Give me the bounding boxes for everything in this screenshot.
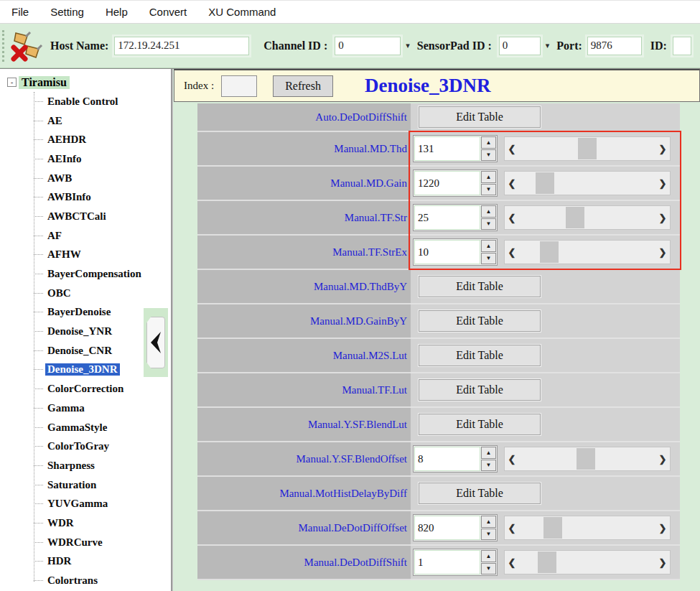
sidebar-item-colortogray[interactable]: ColorToGray — [0, 437, 171, 456]
scroll-right-icon[interactable]: ❯ — [657, 137, 668, 160]
scroll-left-icon[interactable]: ❮ — [506, 172, 518, 195]
tree-root-label[interactable]: Tiramisu — [19, 76, 70, 89]
spinner-value-input[interactable]: 10 — [414, 240, 480, 264]
scroll-left-icon[interactable]: ❮ — [506, 206, 518, 229]
scrollbar-thumb[interactable] — [540, 241, 559, 263]
sidebar-item-gammastyle[interactable]: GammaStyle — [0, 418, 171, 437]
scroll-left-icon[interactable]: ❮ — [506, 516, 518, 539]
spinner-down-icon[interactable]: ▼ — [481, 184, 496, 196]
spinner-value-input[interactable]: 820 — [414, 516, 480, 540]
spinner-up-icon[interactable]: ▲ — [481, 136, 496, 149]
scrollbar-thumb[interactable] — [536, 172, 554, 194]
spinner-value-input[interactable]: 1220 — [414, 171, 480, 195]
value-scrollbar[interactable]: ❮ ❯ — [504, 447, 671, 471]
scroll-left-icon[interactable]: ❮ — [506, 551, 518, 574]
spinner-down-icon[interactable]: ▼ — [481, 149, 496, 162]
chevron-down-icon[interactable]: ▾ — [546, 41, 550, 50]
sidebar-item-aehdr[interactable]: AEHDR — [0, 130, 171, 149]
spinner-up-icon[interactable]: ▲ — [481, 205, 496, 218]
index-input[interactable] — [221, 75, 257, 97]
sidebar-item-aeinfo[interactable]: AEInfo — [0, 149, 171, 169]
spinner-value-input[interactable]: 25 — [414, 205, 480, 230]
edit-table-button[interactable]: Edit Table — [419, 483, 541, 504]
sidebar-item-awbinfo[interactable]: AWBInfo — [0, 187, 171, 207]
sidebar-item-colortrans[interactable]: Colortrans — [0, 571, 171, 590]
value-scrollbar[interactable]: ❮ ❯ — [504, 516, 671, 540]
port-input[interactable]: 9876 — [587, 37, 642, 55]
spinner-down-icon[interactable]: ▼ — [481, 563, 496, 575]
sidebar-item-sharpness[interactable]: Sharpness — [0, 456, 171, 475]
sidebar-item-ae[interactable]: AE — [0, 111, 171, 131]
chevron-down-icon[interactable]: ▾ — [406, 41, 410, 50]
scroll-right-icon[interactable]: ❯ — [657, 172, 668, 195]
menu-item-convert[interactable]: Convert — [149, 6, 187, 18]
numeric-spinner[interactable]: 1220 ▲ ▼ — [413, 169, 498, 197]
spinner-value-input[interactable]: 8 — [414, 447, 480, 471]
refresh-button[interactable]: Refresh — [273, 75, 333, 97]
edit-table-button[interactable]: Edit Table — [419, 276, 541, 297]
menu-item-help[interactable]: Help — [106, 6, 128, 18]
sidebar-item-awb[interactable]: AWB — [0, 169, 171, 188]
numeric-spinner[interactable]: 1 ▲ ▼ — [413, 549, 498, 576]
sidebar-item-gamma[interactable]: Gamma — [0, 399, 171, 418]
edit-table-button[interactable]: Edit Table — [419, 414, 541, 435]
spinner-down-icon[interactable]: ▼ — [481, 218, 496, 231]
spinner-up-icon[interactable]: ▲ — [481, 240, 496, 252]
scroll-right-icon[interactable]: ❯ — [657, 241, 668, 264]
edit-table-button[interactable]: Edit Table — [419, 106, 541, 128]
spinner-up-icon[interactable]: ▲ — [481, 516, 496, 528]
sidebar-item-colorcorrection[interactable]: ColorCorrection — [0, 379, 171, 399]
scrollbar-thumb[interactable] — [538, 552, 556, 573]
scrollbar-thumb[interactable] — [578, 138, 597, 159]
sidebar-item-enable-control[interactable]: Enable Control — [0, 92, 171, 111]
scroll-left-icon[interactable]: ❮ — [506, 137, 518, 160]
edit-table-button[interactable]: Edit Table — [419, 310, 541, 332]
spinner-down-icon[interactable]: ▼ — [481, 460, 496, 472]
numeric-spinner[interactable]: 25 ▲ ▼ — [413, 204, 498, 231]
scroll-right-icon[interactable]: ❯ — [657, 551, 668, 574]
sidebar-item-afhw[interactable]: AFHW — [0, 246, 171, 265]
scroll-left-icon[interactable]: ❮ — [506, 241, 518, 264]
scrollbar-thumb[interactable] — [566, 207, 584, 228]
sidebar-item-wdrcurve[interactable]: WDRCurve — [0, 533, 171, 552]
spinner-down-icon[interactable]: ▼ — [481, 253, 496, 265]
spinner-value-input[interactable]: 1 — [414, 550, 480, 574]
scroll-right-icon[interactable]: ❯ — [657, 516, 668, 539]
value-scrollbar[interactable]: ❮ ❯ — [504, 136, 671, 161]
spinner-down-icon[interactable]: ▼ — [481, 529, 496, 541]
menu-item-file[interactable]: File — [11, 6, 29, 18]
id-input[interactable] — [673, 37, 691, 55]
sidebar-item-awbctcali[interactable]: AWBCTCali — [0, 207, 171, 226]
host-name-input[interactable]: 172.19.24.251 — [114, 37, 249, 55]
disconnect-icon[interactable] — [9, 30, 45, 62]
sidebar-item-bayercompensation[interactable]: BayerCompensation — [0, 264, 171, 284]
sidebar-item-wdr[interactable]: WDR — [0, 513, 171, 533]
value-scrollbar[interactable]: ❮ ❯ — [504, 240, 671, 264]
value-scrollbar[interactable]: ❮ ❯ — [504, 550, 671, 574]
sidebar-item-yuvgamma[interactable]: YUVGamma — [0, 494, 171, 513]
sidebar-item-obc[interactable]: OBC — [0, 284, 171, 303]
menu-item-setting[interactable]: Setting — [50, 6, 84, 18]
scroll-right-icon[interactable]: ❯ — [657, 206, 668, 229]
scroll-right-icon[interactable]: ❯ — [657, 447, 668, 470]
collapse-node-icon[interactable]: - — [7, 78, 17, 87]
sidebar-item-hdr[interactable]: HDR — [0, 552, 171, 572]
channel-id-select[interactable]: 0 — [335, 37, 401, 55]
collapse-panel-button[interactable] — [146, 317, 165, 368]
spinner-value-input[interactable]: 131 — [414, 136, 480, 161]
scrollbar-thumb[interactable] — [577, 448, 595, 470]
scroll-left-icon[interactable]: ❮ — [506, 447, 518, 470]
sidebar-item-saturation[interactable]: Saturation — [0, 475, 171, 495]
scrollbar-thumb[interactable] — [543, 517, 562, 539]
edit-table-button[interactable]: Edit Table — [419, 345, 541, 366]
toolbar-gripper[interactable] — [2, 30, 6, 62]
sidebar-item-af[interactable]: AF — [0, 226, 171, 246]
value-scrollbar[interactable]: ❮ ❯ — [504, 205, 671, 230]
numeric-spinner[interactable]: 131 ▲ ▼ — [413, 135, 498, 162]
numeric-spinner[interactable]: 820 ▲ ▼ — [413, 514, 498, 541]
numeric-spinner[interactable]: 10 ▲ ▼ — [413, 238, 498, 266]
value-scrollbar[interactable]: ❮ ❯ — [504, 171, 671, 195]
spinner-up-icon[interactable]: ▲ — [481, 550, 496, 562]
sensorpad-id-select[interactable]: 0 — [499, 37, 541, 55]
spinner-up-icon[interactable]: ▲ — [481, 447, 496, 459]
